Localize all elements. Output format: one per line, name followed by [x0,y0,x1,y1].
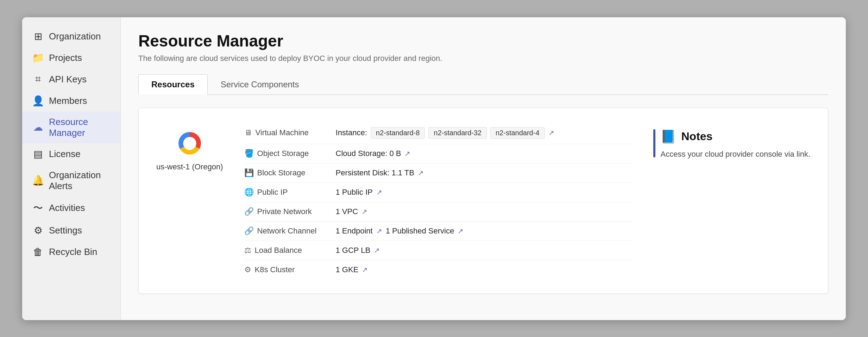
resource-value2-text-network-channel: 1 Published Service [386,226,454,236]
notes-bar [653,129,655,157]
sidebar-label-api-keys: API Keys [49,74,87,85]
resource-card: us-west-1 (Oregon) 🖥Virtual MachineInsta… [138,108,828,294]
resource-name-private-network: 🔗Private Network [244,207,336,216]
resource-value-k8s-cluster: 1 GKE↗ [336,265,368,274]
network-channel-resource-icon: 🔗 [244,226,254,236]
organization-alerts-icon: 🔔 [32,175,44,186]
notes-panel: 📘 Notes Access your cloud provider conso… [653,122,810,160]
activities-icon: 〜 [32,201,44,215]
resource-name-block-storage: 💾Block Storage [244,168,336,177]
resource-link-virtual-machine[interactable]: ↗ [548,129,554,137]
page-subtitle: The following are cloud services used to… [138,54,828,63]
resource-value-text-network-channel: 1 Endpoint [336,226,373,236]
settings-icon: ⚙ [32,225,44,236]
resource-name-text-k8s-cluster: K8s Cluster [255,265,295,274]
private-network-resource-icon: 🔗 [244,207,254,216]
tab-resources[interactable]: Resources [138,74,208,95]
sidebar-label-resource-manager: Resource Manager [49,117,111,138]
tab-service-components[interactable]: Service Components [208,74,312,94]
resource-name-text-load-balance: Load Balance [255,246,302,255]
api-keys-icon: ⌗ [32,74,44,85]
sidebar-item-projects[interactable]: 📁Projects [22,47,120,69]
tab-bar: ResourcesService Components [138,74,828,95]
resource-link-private-network[interactable]: ↗ [361,207,367,216]
resource-row-network-channel: 🔗Network Channel1 Endpoint↗1 Published S… [244,221,633,241]
sidebar-item-organization-alerts[interactable]: 🔔Organization Alerts [22,165,120,196]
sidebar-item-resource-manager[interactable]: ☁Resource Manager [22,112,120,143]
resource-name-text-block-storage: Block Storage [257,168,306,177]
k8s-cluster-resource-icon: ⚙ [244,265,251,274]
sidebar-item-api-keys[interactable]: ⌗API Keys [22,69,120,90]
sidebar-label-members: Members [49,95,87,106]
resource-name-k8s-cluster: ⚙K8s Cluster [244,265,336,274]
resource-name-text-private-network: Private Network [257,207,312,216]
sidebar-label-settings: Settings [49,225,82,236]
sidebar-label-recycle-bin: Recycle Bin [49,246,97,257]
public-ip-resource-icon: 🌐 [244,188,254,197]
resource-name-public-ip: 🌐Public IP [244,188,336,197]
resource-link2-network-channel[interactable]: ↗ [458,227,464,235]
resource-value-public-ip: 1 Public IP↗ [336,188,382,197]
page-title: Resource Manager [138,31,828,50]
resource-tag-n2-standard-32: n2-standard-32 [428,127,487,139]
sidebar-label-organization-alerts: Organization Alerts [49,170,111,192]
resource-value-text-virtual-machine: Instance: [336,128,367,137]
resource-row-load-balance: ⚖Load Balance1 GCP LB↗ [244,241,633,260]
app-background: ⊞Organization📁Projects⌗API Keys👤Members☁… [0,0,868,337]
region-label: us-west-1 (Oregon) [156,162,223,171]
resource-value-text-private-network: 1 VPC [336,207,358,216]
resource-name-object-storage: 🪣Object Storage [244,149,336,158]
resource-link-load-balance[interactable]: ↗ [374,246,380,255]
resource-name-text-network-channel: Network Channel [257,226,317,236]
resource-value-text-k8s-cluster: 1 GKE [336,265,359,274]
resource-value-object-storage: Cloud Storage: 0 B↗ [336,149,411,158]
resource-name-text-object-storage: Object Storage [257,149,309,158]
resource-name-load-balance: ⚖Load Balance [244,246,336,255]
notes-book-icon: 📘 [660,129,676,144]
sidebar-label-activities: Activities [49,202,85,213]
sidebar-item-recycle-bin[interactable]: 🗑Recycle Bin [22,241,120,263]
sidebar-item-settings[interactable]: ⚙Settings [22,220,120,241]
resource-link-block-storage[interactable]: ↗ [418,169,424,177]
resource-value-virtual-machine: Instance:n2-standard-8n2-standard-32n2-s… [336,127,554,139]
resource-link-k8s-cluster[interactable]: ↗ [362,266,368,274]
gcp-logo [176,129,204,157]
resource-value-network-channel: 1 Endpoint↗1 Published Service↗ [336,226,464,236]
resource-value-private-network: 1 VPC↗ [336,207,368,216]
sidebar: ⊞Organization📁Projects⌗API Keys👤Members☁… [22,17,121,320]
sidebar-item-members[interactable]: 👤Members [22,90,120,112]
sidebar-label-license: License [49,149,81,160]
resource-value-text-load-balance: 1 GCP LB [336,246,371,255]
notes-content: 📘 Notes Access your cloud provider conso… [653,129,810,160]
members-icon: 👤 [32,95,44,107]
resource-row-private-network: 🔗Private Network1 VPC↗ [244,202,633,221]
organization-icon: ⊞ [32,31,44,42]
sidebar-label-organization: Organization [49,31,101,42]
resource-value-load-balance: 1 GCP LB↗ [336,246,380,255]
main-content: Resource Manager The following are cloud… [121,17,846,320]
resource-row-k8s-cluster: ⚙K8s Cluster1 GKE↗ [244,260,633,279]
sidebar-label-projects: Projects [49,52,82,63]
resource-row-virtual-machine: 🖥Virtual MachineInstance:n2-standard-8n2… [244,122,633,144]
block-storage-resource-icon: 💾 [244,168,254,177]
sidebar-item-license[interactable]: ▤License [22,143,120,165]
resource-name-text-virtual-machine: Virtual Machine [256,128,309,137]
projects-icon: 📁 [32,52,44,64]
virtual-machine-resource-icon: 🖥 [244,128,252,137]
recycle-bin-icon: 🗑 [32,246,44,258]
resource-link-public-ip[interactable]: ↗ [376,188,382,196]
load-balance-resource-icon: ⚖ [244,246,251,255]
sidebar-item-activities[interactable]: 〜Activities [22,196,120,220]
region-info: us-west-1 (Oregon) [156,122,223,171]
resource-link-network-channel[interactable]: ↗ [376,227,382,235]
resource-manager-icon: ☁ [32,121,44,133]
resource-value-text-public-ip: 1 Public IP [336,188,373,197]
notes-text: Access your cloud provider console via l… [660,148,810,160]
license-icon: ▤ [32,148,44,160]
object-storage-resource-icon: 🪣 [244,149,254,158]
resource-link-object-storage[interactable]: ↗ [404,149,410,158]
resource-name-virtual-machine: 🖥Virtual Machine [244,128,336,137]
sidebar-item-organization[interactable]: ⊞Organization [22,26,120,47]
svg-rect-3 [185,144,195,147]
app-window: ⊞Organization📁Projects⌗API Keys👤Members☁… [22,17,846,320]
